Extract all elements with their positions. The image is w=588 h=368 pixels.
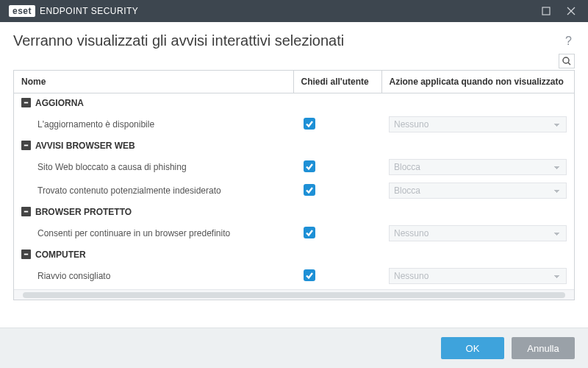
ask-cell xyxy=(293,179,381,202)
horizontal-scrollbar-thumb[interactable] xyxy=(23,292,565,298)
collapse-icon[interactable] xyxy=(21,250,31,259)
svg-point-3 xyxy=(563,57,569,63)
product-name: ENDPOINT SECURITY xyxy=(40,6,138,16)
action-select[interactable]: Nessuno xyxy=(389,225,567,241)
action-select[interactable]: Nessuno xyxy=(389,116,567,132)
ok-button[interactable]: OK xyxy=(441,337,504,359)
alert-name: Trovato contenuto potenzialmente indesid… xyxy=(14,179,293,202)
ask-cell xyxy=(293,264,381,288)
col-header-name[interactable]: Nome xyxy=(14,71,293,93)
group-header[interactable]: BROWSER PROTETTO xyxy=(14,202,574,222)
svg-rect-0 xyxy=(542,7,550,15)
svg-line-4 xyxy=(568,63,570,65)
window-close-button[interactable] xyxy=(559,0,584,22)
group-label: BROWSER PROTETTO xyxy=(35,207,132,217)
ask-checkbox[interactable] xyxy=(304,160,315,172)
action-cell: Blocca xyxy=(381,155,574,179)
table-row[interactable]: Trovato contenuto potenzialmente indesid… xyxy=(14,179,574,202)
alerts-table: Nome Chiedi all'utente Azione applicata … xyxy=(14,71,574,289)
table-row[interactable]: Riavvio consigliatoNessuno xyxy=(14,264,574,288)
collapse-icon[interactable] xyxy=(21,207,31,216)
search-button[interactable] xyxy=(559,54,575,68)
action-cell: Nessuno xyxy=(381,222,574,245)
group-label: COMPUTER xyxy=(35,250,86,260)
action-select[interactable]: Nessuno xyxy=(389,268,567,284)
collapse-icon[interactable] xyxy=(21,98,31,107)
action-select[interactable]: Blocca xyxy=(389,183,567,199)
alert-name: L'aggiornamento è disponibile xyxy=(14,113,293,136)
brand-logo: eset xyxy=(9,5,35,17)
group-header[interactable]: AVVISI BROWSER WEB xyxy=(14,136,574,155)
cancel-button[interactable]: Annulla xyxy=(512,337,575,359)
page-title: Verranno visualizzati gli avvisi interat… xyxy=(13,32,344,49)
group-label: AVVISI BROWSER WEB xyxy=(35,141,135,151)
ask-checkbox[interactable] xyxy=(304,184,315,196)
page-header: Verranno visualizzati gli avvisi interat… xyxy=(0,22,588,54)
alert-name: Riavvio consigliato xyxy=(14,264,293,288)
alert-name: Consenti per continuare in un browser pr… xyxy=(14,222,293,245)
action-cell: Nessuno xyxy=(381,264,574,288)
ask-cell xyxy=(293,113,381,136)
col-header-action[interactable]: Azione applicata quando non visualizzato xyxy=(381,71,574,93)
alert-name: Sito Web bloccato a causa di phishing xyxy=(14,155,293,179)
alerts-table-scroll[interactable]: Nome Chiedi all'utente Azione applicata … xyxy=(14,71,574,289)
window-titlebar: eset ENDPOINT SECURITY xyxy=(0,0,588,22)
collapse-icon[interactable] xyxy=(21,141,31,150)
action-cell: Blocca xyxy=(381,179,574,202)
group-header[interactable]: AGGIORNA xyxy=(14,93,574,113)
action-cell: Nessuno xyxy=(381,113,574,136)
window-maximize-button[interactable] xyxy=(534,0,559,22)
ask-checkbox[interactable] xyxy=(304,118,315,130)
table-row[interactable]: L'aggiornamento è disponibileNessuno xyxy=(14,113,574,136)
table-row[interactable]: Consenti per continuare in un browser pr… xyxy=(14,222,574,245)
action-select[interactable]: Blocca xyxy=(389,159,567,175)
table-row[interactable]: Sito Web bloccato a causa di phishingBlo… xyxy=(14,155,574,179)
ask-cell xyxy=(293,222,381,245)
ask-checkbox[interactable] xyxy=(304,227,315,238)
horizontal-scrollbar[interactable] xyxy=(14,289,574,300)
col-header-ask[interactable]: Chiedi all'utente xyxy=(293,71,381,93)
ask-cell xyxy=(293,155,381,179)
ask-checkbox[interactable] xyxy=(304,269,315,281)
dialog-footer: OK Annulla xyxy=(0,328,588,368)
group-label: AGGIORNA xyxy=(35,98,84,108)
group-header[interactable]: COMPUTER xyxy=(14,245,574,264)
help-icon[interactable]: ? xyxy=(562,33,575,49)
